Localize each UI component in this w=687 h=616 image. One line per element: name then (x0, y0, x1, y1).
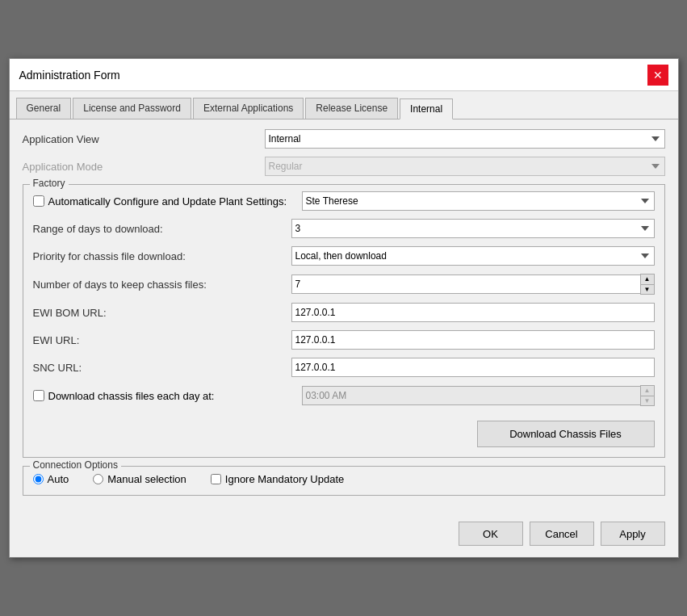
range-days-row: Range of days to download: 3 1 2 5 7 (33, 219, 655, 238)
auto-radio[interactable] (33, 474, 44, 484)
download-chassis-button[interactable]: Download Chassis Files (477, 421, 655, 447)
download-time-down-btn[interactable]: ▼ (641, 396, 654, 405)
keep-days-label: Number of days to keep chassis files: (33, 279, 291, 291)
ewi-url-row: EWI URL: (33, 330, 655, 350)
connection-group: Connection Options Auto Manual selection… (23, 466, 665, 496)
auto-configure-label: Automatically Configure and Update Plant… (48, 195, 302, 207)
tab-external[interactable]: External Applications (193, 98, 304, 119)
button-row: OK Cancel Apply (10, 513, 678, 557)
tab-license[interactable]: License and Password (73, 98, 191, 119)
ewi-bom-label: EWI BOM URL: (33, 307, 291, 319)
download-daily-row: Download chassis files each day at: ▲ ▼ (33, 385, 655, 406)
tab-internal[interactable]: Internal (400, 98, 453, 119)
auto-configure-row: Automatically Configure and Update Plant… (33, 191, 655, 211)
auto-radio-label: Auto (48, 473, 69, 485)
priority-select[interactable]: Local, then download Download only Local… (291, 246, 655, 266)
ewi-bom-control (291, 303, 655, 322)
download-time-up-btn[interactable]: ▲ (641, 386, 654, 396)
keep-days-down-btn[interactable]: ▼ (641, 284, 654, 294)
factory-group: Factory Automatically Configure and Upda… (23, 184, 665, 458)
download-btn-container: Download Chassis Files (33, 414, 655, 447)
tab-content: Application View Internal Standard Appli… (10, 119, 678, 513)
ewi-url-label: EWI URL: (33, 334, 291, 346)
keep-days-spinbox: ▲ ▼ (291, 274, 655, 295)
manual-radio[interactable] (93, 474, 103, 484)
ewi-url-input[interactable] (291, 330, 655, 350)
connection-group-title: Connection Options (30, 459, 121, 471)
factory-group-title: Factory (30, 178, 69, 189)
app-mode-row: Application Mode Regular Advanced (23, 157, 665, 176)
tab-release[interactable]: Release License (305, 98, 398, 119)
plant-select[interactable]: Ste Therese Other Plant (302, 191, 655, 211)
app-view-row: Application View Internal Standard (23, 129, 665, 149)
snc-url-label: SNC URL: (33, 362, 291, 374)
dialog-window: Administration Form ✕ General License an… (9, 58, 679, 558)
ignore-mandatory-label: Ignore Mandatory Update (225, 473, 344, 485)
auto-configure-checkbox[interactable] (33, 195, 44, 207)
keep-days-up-btn[interactable]: ▲ (641, 274, 654, 284)
title-bar: Administration Form ✕ (10, 59, 678, 91)
app-mode-label: Application Mode (23, 161, 265, 173)
ignore-mandatory-checkbox[interactable] (211, 474, 221, 484)
cancel-button[interactable]: Cancel (530, 522, 594, 546)
range-days-control: 3 1 2 5 7 (291, 219, 655, 238)
priority-control: Local, then download Download only Local… (291, 246, 655, 266)
keep-days-row: Number of days to keep chassis files: ▲ … (33, 274, 655, 295)
auto-radio-item: Auto (33, 473, 69, 485)
apply-button[interactable]: Apply (601, 522, 665, 546)
connection-options-row: Auto Manual selection Ignore Mandatory U… (33, 473, 655, 485)
manual-radio-item: Manual selection (93, 473, 186, 485)
snc-url-input[interactable] (291, 358, 655, 377)
plant-select-control: Ste Therese Other Plant (302, 191, 655, 211)
ok-button[interactable]: OK (459, 522, 523, 546)
download-daily-checkbox[interactable] (33, 390, 44, 401)
tab-general[interactable]: General (16, 98, 72, 119)
range-days-select[interactable]: 3 1 2 5 7 (291, 219, 655, 238)
download-time-spinbox-btns: ▲ ▼ (640, 385, 655, 406)
ewi-bom-row: EWI BOM URL: (33, 303, 655, 322)
ewi-bom-input[interactable] (291, 303, 655, 322)
manual-radio-label: Manual selection (107, 473, 186, 485)
download-daily-label: Download chassis files each day at: (48, 390, 302, 402)
keep-days-input[interactable] (291, 274, 640, 294)
close-button[interactable]: ✕ (647, 65, 668, 86)
app-view-control: Internal Standard (265, 129, 665, 149)
app-view-label: Application View (23, 133, 265, 145)
app-mode-control: Regular Advanced (265, 157, 665, 176)
app-view-select[interactable]: Internal Standard (265, 129, 665, 149)
keep-days-spinbox-btns: ▲ ▼ (640, 274, 655, 295)
priority-label: Priority for chassis file download: (33, 250, 291, 262)
snc-url-control (291, 358, 655, 377)
download-time-input[interactable] (302, 386, 640, 405)
tab-bar: General License and Password External Ap… (10, 91, 678, 119)
download-time-spinbox: ▲ ▼ (302, 385, 655, 406)
range-days-label: Range of days to download: (33, 223, 291, 235)
dialog-title: Administration Form (19, 69, 120, 82)
ewi-url-control (291, 330, 655, 350)
priority-row: Priority for chassis file download: Loca… (33, 246, 655, 266)
snc-url-row: SNC URL: (33, 358, 655, 377)
app-mode-select[interactable]: Regular Advanced (265, 157, 665, 176)
ignore-checkbox-item: Ignore Mandatory Update (211, 473, 344, 485)
